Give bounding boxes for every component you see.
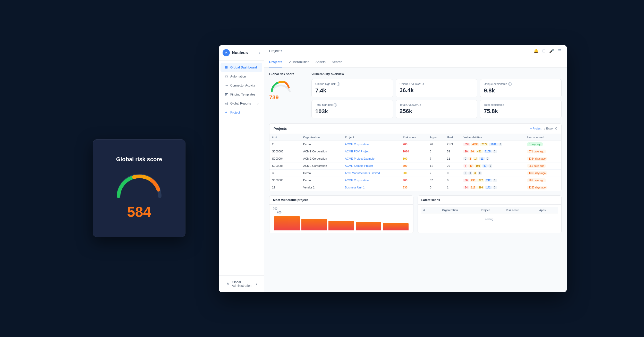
cell-org: ACME Corporation <box>301 162 342 169</box>
metric-value-2: 9.8k <box>484 87 558 94</box>
admin-gear-icon <box>226 282 230 286</box>
sidebar-item-global-admin[interactable]: Global Administration <box>222 278 261 290</box>
cell-last-scanned: 671 days ago <box>524 148 561 155</box>
vuln-badge: 1601 <box>489 143 497 146</box>
chart-bar-4 <box>356 222 382 230</box>
export-button[interactable]: ↓ Export C <box>544 127 557 130</box>
vuln-badge: 7372 <box>480 143 488 146</box>
chart-y-700: 700 <box>273 207 277 210</box>
svg-point-2 <box>225 75 228 78</box>
cell-sort <box>293 148 301 155</box>
cell-risk-score: 903 <box>400 177 427 184</box>
metric-value-3: 103k <box>315 108 389 115</box>
cell-project[interactable]: ACME Corporation <box>342 177 400 184</box>
vuln-badges-cell: 0030 <box>463 171 522 175</box>
table-row: S000003 ACME Corporation ACME Sample Pro… <box>269 162 561 169</box>
scan-date-badge: 1223 days ago <box>527 186 547 189</box>
cell-project[interactable]: ACME Corporation <box>342 141 400 148</box>
ls-col-blank <box>432 207 440 213</box>
project-link[interactable]: Anvil Manufacturers Limited <box>345 171 380 175</box>
vuln-badge: 296 <box>477 186 484 189</box>
project-link[interactable]: Business Unit 1 <box>345 186 365 189</box>
vuln-badges-cell: 106643131050 <box>463 150 522 153</box>
project-link[interactable]: ACME Corporation <box>345 179 369 182</box>
risk-score-value: 500 <box>403 157 407 160</box>
bell-icon[interactable]: 🔔 <box>533 48 539 53</box>
chart-y-600: 600 <box>277 211 282 214</box>
sidebar-item-connector-activity[interactable]: Connector Activity <box>221 81 262 90</box>
project-link[interactable]: ACME Project Example <box>345 157 375 160</box>
vuln-badge: 3 <box>473 171 477 175</box>
latest-scans-header-row: # Organization Project Risk score Apps <box>421 207 558 213</box>
tab-assets[interactable]: Assets <box>316 57 326 67</box>
metric-unique-high-risk: Unique high risk i 7.4k <box>311 79 393 97</box>
metric-value-4: 256k <box>400 108 473 115</box>
project-link[interactable]: ACME POV Project <box>345 150 369 153</box>
cell-host: 0 <box>444 177 461 184</box>
cell-project[interactable]: ACME POV Project <box>342 148 400 155</box>
cell-sort <box>293 184 301 191</box>
col-vulns: Vulnerabilities <box>461 134 524 141</box>
sidebar-item-global-reports[interactable]: Global Reports <box>221 99 262 108</box>
cell-risk-score: 1060 <box>400 148 427 155</box>
topbar-project-label[interactable]: Project ▾ <box>269 49 282 53</box>
grid-icon[interactable]: ⊞ <box>542 48 546 53</box>
tab-vulnerabilities[interactable]: Vulnerabilities <box>289 57 309 67</box>
sidebar-collapse-icon[interactable]: ‹ <box>259 51 260 55</box>
ls-col-risk: Risk score <box>504 207 537 213</box>
ls-col-apps: Apps <box>537 207 558 213</box>
cell-sort <box>293 177 301 184</box>
chart-bar-2 <box>301 219 327 230</box>
cell-apps: 26 <box>427 141 444 148</box>
project-link[interactable]: ACME Corporation <box>345 143 369 146</box>
vuln-badge: 40 <box>482 164 488 168</box>
vuln-overview-section: Vulnerability overview Unique high risk … <box>311 72 562 118</box>
sidebar-item-finding-templates[interactable]: Finding Templates <box>221 90 262 99</box>
tab-search[interactable]: Search <box>332 57 342 67</box>
vuln-overview-grid: Unique high risk i 7.4k Unique CVE/CWEs … <box>311 79 562 118</box>
cell-last-scanned: 965 days ago <box>524 177 561 184</box>
cell-id: 3 <box>269 169 293 177</box>
tab-projects[interactable]: Projects <box>269 57 282 67</box>
sidebar-item-global-dashboard[interactable]: ⊞ Global Dashboard <box>221 63 262 72</box>
cell-vulns: 0030 <box>461 169 524 177</box>
col-risk-score: Risk score <box>400 134 427 141</box>
cell-project[interactable]: ACME Project Example <box>342 155 400 162</box>
cell-org: Demo <box>301 169 342 177</box>
vuln-badge: 0 <box>486 157 490 160</box>
col-last-scanned: Last scanned <box>524 134 561 141</box>
vuln-badge: 66 <box>470 150 475 153</box>
cell-last-scanned: 0 days ago <box>524 141 561 148</box>
cell-project[interactable]: Anvil Manufacturers Limited <box>342 169 400 177</box>
col-org: Organization <box>301 134 342 141</box>
cell-project[interactable]: ACME Sample Project <box>342 162 400 169</box>
vuln-badge: 0 <box>488 164 493 168</box>
scene: Global risk score 584 N <box>77 33 567 304</box>
vuln-badge: 64 <box>463 186 469 189</box>
vuln-badge: 0 <box>493 150 497 153</box>
vuln-badges-cell: 502353722120 <box>463 179 522 182</box>
small-gauge-svg <box>269 79 292 93</box>
sidebar-item-project[interactable]: + Project <box>221 108 262 117</box>
connector-icon <box>224 83 228 88</box>
add-project-button[interactable]: + Project <box>530 127 541 130</box>
cell-host: 11 <box>444 155 461 162</box>
cell-last-scanned: 1363 days ago <box>524 169 561 177</box>
risk-score-value: 763 <box>403 143 407 146</box>
cell-vulns: 840101400 <box>461 162 524 169</box>
cell-vulns: 106643131050 <box>461 148 524 155</box>
app-name: Nucleus <box>232 50 248 55</box>
cell-id: 22 <box>269 184 293 191</box>
vuln-badge: 14 <box>473 157 478 160</box>
project-link[interactable]: ACME Sample Project <box>345 164 373 167</box>
svg-rect-7 <box>225 94 227 95</box>
vuln-badge: 4938 <box>471 143 479 146</box>
mic-icon[interactable]: 🎤 <box>549 48 554 53</box>
sidebar-item-automation[interactable]: Automation <box>221 72 262 81</box>
menu-icon[interactable]: ☰ <box>558 48 562 53</box>
sort-hash[interactable] <box>275 136 277 138</box>
info-icon-3: i <box>334 103 337 107</box>
cell-project[interactable]: Business Unit 1 <box>342 184 400 191</box>
cell-last-scanned: 1223 days ago <box>524 184 561 191</box>
metric-value-1: 36.4k <box>400 87 473 94</box>
